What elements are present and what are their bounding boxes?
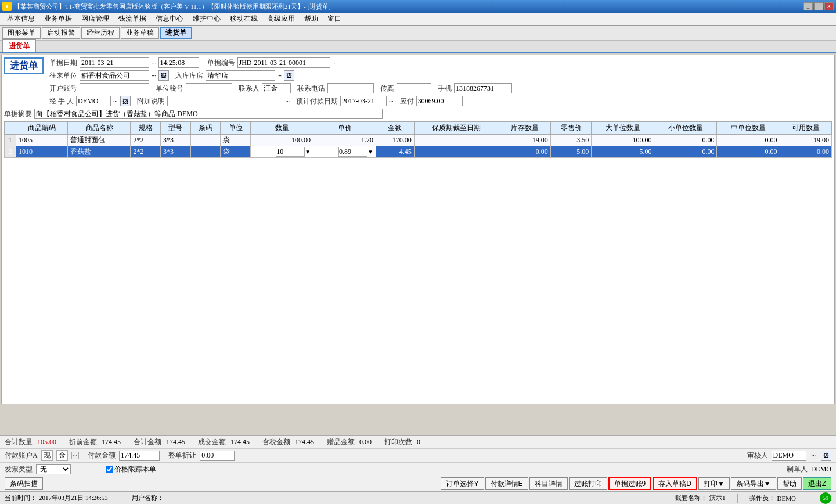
mobile-input[interactable] bbox=[454, 83, 512, 93]
row-name[interactable]: 普通甜面包 bbox=[68, 135, 131, 146]
manager-input[interactable] bbox=[76, 96, 111, 106]
post-account-button[interactable]: 单据过账9 bbox=[608, 477, 652, 490]
menu-shop[interactable]: 网店管理 bbox=[77, 13, 114, 25]
manager-dots[interactable]: ··· bbox=[113, 98, 118, 105]
warehouse-dots[interactable]: ··· bbox=[278, 73, 282, 79]
pay-amount-input[interactable] bbox=[119, 451, 160, 461]
menu-window[interactable]: 窗口 bbox=[323, 13, 346, 25]
post-button[interactable]: 过账打印 bbox=[569, 477, 607, 490]
row-expire[interactable] bbox=[414, 146, 499, 158]
auditor-dots[interactable]: ··· bbox=[810, 452, 818, 459]
account-detail-button[interactable]: 科目详情 bbox=[529, 477, 568, 490]
price-limit-checkbox[interactable] bbox=[106, 466, 113, 473]
manager-img-btn[interactable]: 🖼 bbox=[120, 96, 131, 106]
help-button[interactable]: 帮助 bbox=[777, 477, 802, 490]
warehouse-input[interactable] bbox=[206, 70, 275, 81]
row-model[interactable]: 3*3 bbox=[161, 146, 191, 158]
menu-maintain[interactable]: 维护中心 bbox=[188, 13, 225, 25]
order-input[interactable] bbox=[237, 57, 330, 68]
tab-purchase[interactable]: 进货单 bbox=[2, 39, 36, 52]
pay-detail-button[interactable]: 付款详情E bbox=[485, 477, 528, 490]
order-select-button[interactable]: 订单选择Y bbox=[441, 477, 484, 490]
supplier-img-btn[interactable]: 🖼 bbox=[158, 70, 169, 81]
bottom-pay-row: 付款账户A 现 金 ··· 付款金额 整单折让 审核人 ··· 🖼 bbox=[0, 449, 836, 463]
col-midunit-header: 中单位数量 bbox=[717, 122, 780, 135]
summary-input[interactable] bbox=[34, 109, 383, 119]
toolbar-alarm[interactable]: 启动报警 bbox=[42, 27, 80, 39]
row-qty[interactable]: 100.00 bbox=[251, 135, 314, 146]
discount-whole-input[interactable] bbox=[200, 451, 235, 461]
menu-cash[interactable]: 钱流单据 bbox=[114, 13, 151, 25]
toolbar-draft[interactable]: 业务草稿 bbox=[121, 27, 159, 39]
close-button[interactable]: ✕ bbox=[824, 2, 834, 10]
supplier-dots[interactable]: ··· bbox=[152, 73, 156, 79]
pay-account-dots[interactable]: ··· bbox=[71, 452, 80, 459]
date-input[interactable] bbox=[80, 57, 149, 68]
price-edit-input[interactable] bbox=[338, 147, 367, 157]
price-edit-icon[interactable]: ▼ bbox=[367, 149, 373, 155]
payable-input[interactable] bbox=[416, 96, 463, 106]
contact-input[interactable] bbox=[262, 83, 291, 93]
row-qty[interactable]: ▼ bbox=[251, 146, 314, 158]
row-spec[interactable]: 2*2 bbox=[131, 146, 161, 158]
row-model[interactable]: 3*3 bbox=[161, 135, 191, 146]
qty-edit-icon[interactable]: ▼ bbox=[305, 149, 311, 155]
row-spec[interactable]: 2*2 bbox=[131, 135, 161, 146]
account-input[interactable] bbox=[80, 83, 149, 93]
invoice-select[interactable]: 无 bbox=[36, 464, 71, 474]
row-unit[interactable]: 袋 bbox=[221, 135, 251, 146]
order-dots[interactable]: ··· bbox=[333, 60, 337, 66]
auditor-img-btn[interactable]: 🖼 bbox=[821, 451, 831, 461]
exit-button[interactable]: 退出Z bbox=[803, 477, 831, 490]
col-unit-header: 单位 bbox=[221, 122, 251, 135]
save-draft-button[interactable]: 存入草稿D bbox=[653, 477, 697, 490]
note-dots[interactable]: ··· bbox=[286, 98, 290, 105]
form-title: 进货单 bbox=[4, 57, 44, 74]
row-code[interactable]: 1010 bbox=[16, 146, 68, 158]
price-limit-label[interactable]: 价格限踪本单 bbox=[106, 465, 156, 474]
menu-business[interactable]: 业务单据 bbox=[39, 13, 77, 25]
menu-help[interactable]: 帮助 bbox=[300, 13, 323, 25]
total-qty-label: 合计数量 bbox=[5, 437, 33, 447]
toolbar-purchase[interactable]: 进货单 bbox=[160, 27, 192, 39]
row-barcode[interactable] bbox=[190, 135, 221, 146]
col-code-header: 商品编码 bbox=[16, 122, 68, 135]
barcode-export-button[interactable]: 条码导出▼ bbox=[731, 477, 776, 490]
supplier-input[interactable] bbox=[80, 70, 149, 81]
row-price[interactable]: ▼ bbox=[314, 146, 376, 158]
qty-edit-input[interactable] bbox=[276, 147, 305, 157]
row-code[interactable]: 1005 bbox=[16, 135, 68, 146]
warehouse-img-btn[interactable]: 🖼 bbox=[284, 70, 294, 81]
menu-advanced[interactable]: 高级应用 bbox=[262, 13, 300, 25]
row-unit[interactable]: 袋 bbox=[221, 146, 251, 158]
row-expire[interactable] bbox=[414, 135, 499, 146]
row-name[interactable]: 香菇盐 bbox=[68, 146, 131, 158]
fax-input[interactable] bbox=[397, 83, 431, 93]
col-amount-header: 金额 bbox=[376, 122, 415, 135]
row-price[interactable]: 1.70 bbox=[314, 135, 376, 146]
menu-info[interactable]: 信息中心 bbox=[151, 13, 188, 25]
print-button[interactable]: 打印▼ bbox=[698, 477, 730, 490]
predict-dots[interactable]: ··· bbox=[389, 98, 394, 105]
restore-button[interactable]: □ bbox=[814, 2, 823, 10]
auditor-input[interactable] bbox=[772, 451, 806, 461]
date-dots[interactable]: ··· bbox=[152, 60, 156, 66]
status-operator: 操作员： DEMO bbox=[749, 494, 796, 502]
menu-basic-info[interactable]: 基本信息 bbox=[2, 13, 39, 25]
barcode-scan-button[interactable]: 条码扫描 bbox=[5, 477, 43, 490]
predict-input[interactable] bbox=[340, 96, 387, 106]
fax-label: 传真 bbox=[380, 84, 394, 93]
time-input[interactable] bbox=[158, 57, 199, 68]
row-barcode[interactable] bbox=[190, 146, 221, 158]
toolbar-history[interactable]: 经营历程 bbox=[81, 27, 120, 39]
note-input[interactable] bbox=[167, 96, 283, 106]
row-amount[interactable]: 4.45 bbox=[376, 146, 415, 158]
table-row[interactable]: 2 1010 香菇盐 2*2 3*3 袋 ▼ ▼ 4.45 0.00 5.00 … bbox=[5, 146, 832, 158]
menu-mobile[interactable]: 移动在线 bbox=[225, 13, 262, 25]
table-row[interactable]: 1 1005 普通甜面包 2*2 3*3 袋 100.00 1.70 170.0… bbox=[5, 135, 832, 146]
phone-input[interactable] bbox=[327, 83, 374, 93]
tax-input[interactable] bbox=[186, 83, 232, 93]
toolbar-graph-menu[interactable]: 图形菜单 bbox=[2, 27, 41, 39]
row-amount[interactable]: 170.00 bbox=[376, 135, 415, 146]
minimize-button[interactable]: _ bbox=[803, 2, 813, 10]
